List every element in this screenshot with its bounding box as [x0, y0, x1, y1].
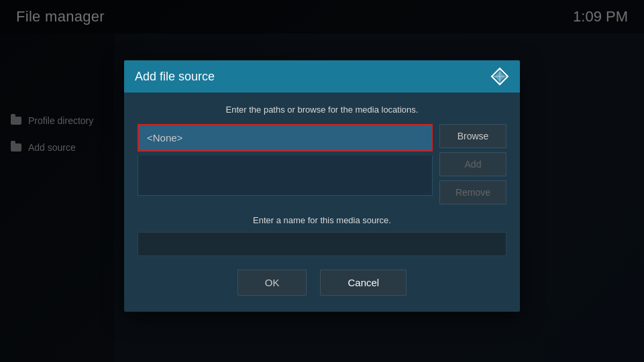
dialog-title: Add file source [135, 70, 215, 84]
action-buttons: Browse Add Remove [439, 124, 506, 204]
path-input-area [138, 124, 433, 196]
browse-button[interactable]: Browse [439, 124, 506, 148]
cancel-button[interactable]: Cancel [320, 269, 407, 296]
remove-button[interactable]: Remove [439, 180, 506, 204]
dialog-body: Enter the paths or browse for the media … [124, 93, 520, 312]
path-input[interactable] [138, 124, 433, 152]
path-input-row: Browse Add Remove [138, 124, 506, 204]
add-file-source-dialog: Add file source Enter the paths or brows… [124, 60, 520, 312]
additional-paths-area [138, 156, 433, 196]
ok-button[interactable]: OK [237, 269, 307, 296]
dialog-header: Add file source [124, 60, 520, 93]
source-name-input[interactable] [138, 232, 506, 256]
dialog-footer: OK Cancel [138, 269, 506, 296]
kodi-logo-icon [490, 67, 509, 86]
name-subtitle: Enter a name for this media source. [138, 215, 506, 225]
add-button[interactable]: Add [439, 152, 506, 176]
dialog-subtitle: Enter the paths or browse for the media … [138, 105, 506, 115]
name-section: Enter a name for this media source. [138, 215, 506, 256]
